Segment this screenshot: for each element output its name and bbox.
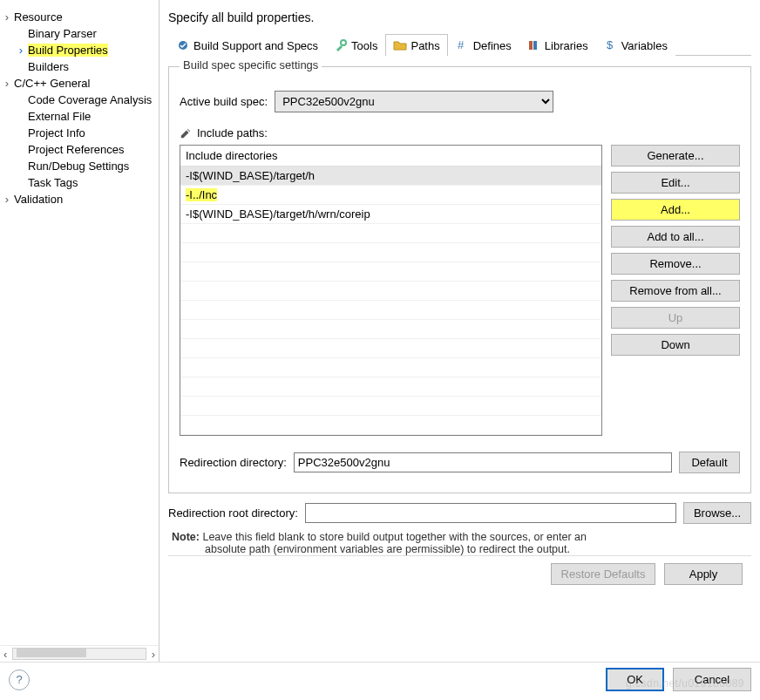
build-spec-fieldset: Build spec specific settings Active buil…: [168, 66, 751, 493]
remove-from-all-button[interactable]: Remove from all...: [611, 280, 740, 302]
include-paths-heading: Include paths:: [197, 126, 268, 139]
tree-item-build-properties[interactable]: ›Build Properties: [0, 42, 159, 58]
include-path-empty-row: [180, 320, 601, 339]
tree-item-label: Project Info: [28, 126, 85, 139]
tree-item-code-coverage-analysis[interactable]: Code Coverage Analysis: [0, 92, 159, 108]
tab-variables[interactable]: $Variables: [596, 34, 675, 56]
down-button[interactable]: Down: [611, 334, 740, 356]
sidebar-nav-tree: ›ResourceBinary Parser›Build PropertiesB…: [0, 0, 159, 662]
tree-item-resource[interactable]: ›Resource: [0, 9, 159, 25]
include-path-empty-row: [180, 397, 601, 416]
tree-item-task-tags[interactable]: Task Tags: [0, 174, 159, 191]
tree-item-builders[interactable]: Builders: [0, 58, 159, 75]
folder-icon: [393, 38, 407, 52]
hash-icon: #: [456, 38, 470, 52]
active-build-spec-select[interactable]: PPC32e500v2gnu: [275, 91, 553, 112]
svg-rect-3: [529, 41, 533, 50]
include-path-empty-row: [180, 282, 601, 301]
books-icon: [527, 38, 541, 52]
tab-defines[interactable]: #Defines: [448, 34, 519, 56]
svg-text:#: #: [458, 38, 465, 51]
tab-tools[interactable]: Tools: [326, 34, 385, 56]
redirection-root-dir-input[interactable]: [305, 503, 676, 523]
include-paths-list[interactable]: Include directories -I$(WIND_BASE)/targe…: [180, 145, 602, 436]
tab-build-support-and-specs[interactable]: Build Support and Specs: [168, 34, 326, 56]
include-path-entry[interactable]: -I../Inc: [180, 186, 601, 205]
expand-arrow-icon: ›: [0, 77, 14, 90]
tree-item-binary-parser[interactable]: Binary Parser: [0, 25, 159, 42]
fieldset-legend: Build spec specific settings: [180, 58, 322, 71]
include-path-empty-row: [180, 243, 601, 262]
tree-item-project-references[interactable]: Project References: [0, 141, 159, 158]
ok-button[interactable]: OK: [606, 668, 664, 691]
tree-item-label: Validation: [14, 193, 63, 206]
tree-item-run-debug-settings[interactable]: Run/Debug Settings: [0, 158, 159, 174]
scroll-track[interactable]: [12, 648, 146, 660]
apply-button[interactable]: Apply: [664, 563, 743, 585]
tree-item-label: C/C++ General: [14, 77, 90, 90]
include-path-text: -I$(WIND_BASE)/target/h: [186, 169, 315, 182]
remove-button[interactable]: Remove...: [611, 253, 740, 275]
include-path-empty-row: [180, 416, 601, 435]
tab-label: Paths: [411, 39, 439, 52]
include-path-text: -I../Inc: [186, 188, 217, 201]
svg-text:$: $: [607, 38, 614, 51]
include-path-entry[interactable]: -I$(WIND_BASE)/target/h: [180, 167, 601, 186]
help-icon[interactable]: ?: [9, 669, 30, 690]
cancel-button[interactable]: Cancel: [673, 668, 751, 691]
tab-label: Libraries: [545, 39, 588, 52]
restore-defaults-button[interactable]: Restore Defaults: [551, 563, 655, 585]
default-button[interactable]: Default: [679, 452, 740, 473]
tab-label: Tools: [351, 39, 377, 52]
tree-item-validation[interactable]: ›Validation: [0, 191, 159, 207]
tree-item-label: Code Coverage Analysis: [28, 93, 152, 106]
tool-icon: [334, 38, 348, 52]
sidebar-horizontal-scrollbar[interactable]: ‹ ›: [0, 645, 159, 662]
generate-button[interactable]: Generate...: [611, 145, 740, 167]
redirection-root-dir-label: Redirection root directory:: [168, 506, 298, 520]
include-path-empty-row: [180, 339, 601, 358]
tab-libraries[interactable]: Libraries: [519, 34, 596, 56]
tree-item-label: External File: [28, 110, 91, 123]
scroll-thumb[interactable]: [17, 649, 86, 657]
tab-label: Defines: [473, 39, 512, 52]
tree-item-external-file[interactable]: External File: [0, 108, 159, 125]
tree-item-label: Build Properties: [28, 44, 108, 57]
scroll-right-icon[interactable]: ›: [152, 648, 155, 661]
tree-item-label: Project References: [28, 143, 125, 156]
include-path-text: -I$(WIND_BASE)/target/h/wrn/coreip: [186, 207, 370, 221]
tree-container: ›ResourceBinary Parser›Build PropertiesB…: [0, 9, 159, 645]
svg-point-1: [341, 40, 346, 45]
gear-check-icon: [176, 38, 190, 52]
include-path-empty-row: [180, 377, 601, 397]
tab-bar: Build Support and SpecsToolsPaths#Define…: [168, 33, 751, 56]
tree-item-label: Run/Debug Settings: [28, 160, 129, 173]
tab-label: Variables: [621, 39, 668, 52]
page-heading: Specify all build properties.: [168, 10, 751, 24]
include-path-empty-row: [180, 358, 601, 377]
up-button[interactable]: Up: [611, 307, 740, 329]
scroll-left-icon[interactable]: ‹: [3, 648, 7, 661]
tree-item-project-info[interactable]: Project Info: [0, 125, 159, 141]
list-header: Include directories: [180, 146, 601, 167]
expand-arrow-icon: ›: [0, 10, 14, 24]
include-path-empty-row: [180, 301, 601, 320]
add-button[interactable]: Add...: [611, 199, 740, 221]
tree-item-label: Resource: [14, 10, 63, 24]
edit-button[interactable]: Edit...: [611, 172, 740, 194]
active-build-spec-label: Active build spec:: [180, 95, 268, 108]
tab-label: Build Support and Specs: [193, 39, 318, 52]
redirection-dir-input[interactable]: [294, 452, 672, 472]
include-path-empty-row: [180, 224, 601, 243]
tree-item-label: Binary Parser: [28, 27, 97, 40]
expand-arrow-icon: ›: [14, 44, 28, 57]
note-text: Note: Leave this field blank to store bu…: [172, 531, 751, 555]
browse-button[interactable]: Browse...: [683, 502, 751, 524]
pencil-icon: [180, 127, 192, 139]
include-path-empty-row: [180, 262, 601, 282]
tab-paths[interactable]: Paths: [385, 34, 447, 56]
tree-item-c-c-general[interactable]: ›C/C++ General: [0, 75, 159, 92]
svg-rect-4: [533, 41, 537, 50]
include-path-entry[interactable]: -I$(WIND_BASE)/target/h/wrn/coreip: [180, 205, 601, 224]
add-to-all-button[interactable]: Add to all...: [611, 226, 740, 248]
